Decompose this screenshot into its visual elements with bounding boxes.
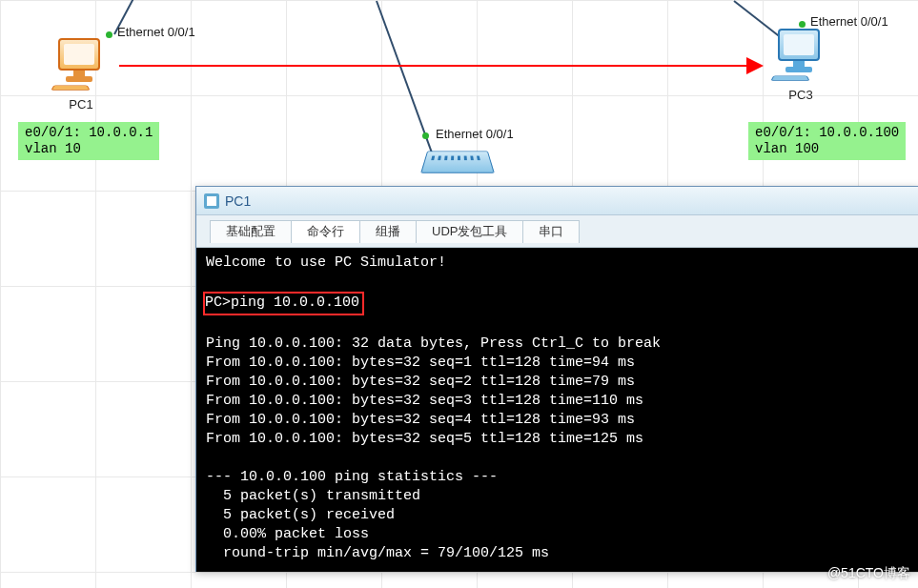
pc-icon [772,29,829,76]
device-label-pc3: PC3 [772,88,829,102]
pc-icon [52,38,110,86]
app-icon [204,193,219,209]
command-text: ping 10.0.0.100 [231,294,359,311]
terminal-line: Welcome to use PC Simulator! [206,254,446,271]
info-line: e0/0/1: 10.0.0.1 [25,125,153,141]
tab-multicast[interactable]: 组播 [359,220,417,243]
info-card-pc3: e0/0/1: 10.0.0.100 vlan 100 [748,122,906,160]
flow-arrow-line [119,65,748,67]
terminal-line: From 10.0.0.100: bytes=32 seq=2 ttl=128 … [206,374,635,390]
terminal-line: Ping 10.0.0.100: 32 data bytes, Press Ct… [206,335,661,352]
pc-simulator-window: PC1 基础配置 命令行 组播 UDP发包工具 串口 Welcome to us… [195,186,918,572]
info-line: e0/0/1: 10.0.0.100 [755,125,899,141]
flow-arrow-head [746,57,764,74]
tab-udp-tool[interactable]: UDP发包工具 [416,220,523,243]
terminal-line: 5 packet(s) transmitted [206,488,420,504]
port-dot-icon [422,132,429,139]
prompt: PC> [205,294,231,311]
port-dot-icon [106,31,112,38]
device-pc3[interactable]: Ethernet 0/0/1 PC3 [772,29,829,102]
terminal-line: round-trip min/avg/max = 79/100/125 ms [206,545,549,561]
terminal-line: --- 10.0.0.100 ping statistics --- [206,469,498,485]
switch-icon [420,152,495,173]
info-line: vlan 100 [755,141,899,157]
port-label-pc1: Ethernet 0/0/1 [117,25,195,39]
tab-bar: 基础配置 命令行 组播 UDP发包工具 串口 [196,215,918,248]
command-highlight: PC>ping 10.0.0.100 [203,292,364,315]
device-label-pc1: PC1 [52,97,110,112]
port-label-pc3: Ethernet 0/0/1 [810,14,888,29]
port-label-switch: Ethernet 0/0/1 [436,127,514,141]
watermark: @51CTO博客 [827,565,910,582]
tab-command-line[interactable]: 命令行 [291,220,360,243]
tab-basic-config[interactable]: 基础配置 [210,220,292,243]
terminal-line: 0.00% packet loss [206,526,369,542]
terminal-line: From 10.0.0.100: bytes=32 seq=4 ttl=128 … [206,412,635,428]
window-title: PC1 [225,193,251,209]
info-card-pc1: e0/0/1: 10.0.0.1 vlan 10 [18,122,159,160]
device-switch[interactable]: Ethernet 0/0/1 [424,148,491,174]
terminal-line: From 10.0.0.100: bytes=32 seq=1 ttl=128 … [206,355,635,371]
port-dot-icon [799,21,806,28]
terminal-output[interactable]: Welcome to use PC Simulator! PC>ping 10.… [196,248,918,572]
window-title-bar[interactable]: PC1 [196,187,918,215]
device-pc1[interactable]: Ethernet 0/0/1 PC1 [52,38,110,112]
terminal-line: From 10.0.0.100: bytes=32 seq=5 ttl=128 … [206,431,643,447]
info-line: vlan 10 [25,141,153,157]
terminal-line: 5 packet(s) received [206,507,395,523]
tab-serial[interactable]: 串口 [522,220,580,243]
terminal-line: From 10.0.0.100: bytes=32 seq=3 ttl=128 … [206,393,643,409]
